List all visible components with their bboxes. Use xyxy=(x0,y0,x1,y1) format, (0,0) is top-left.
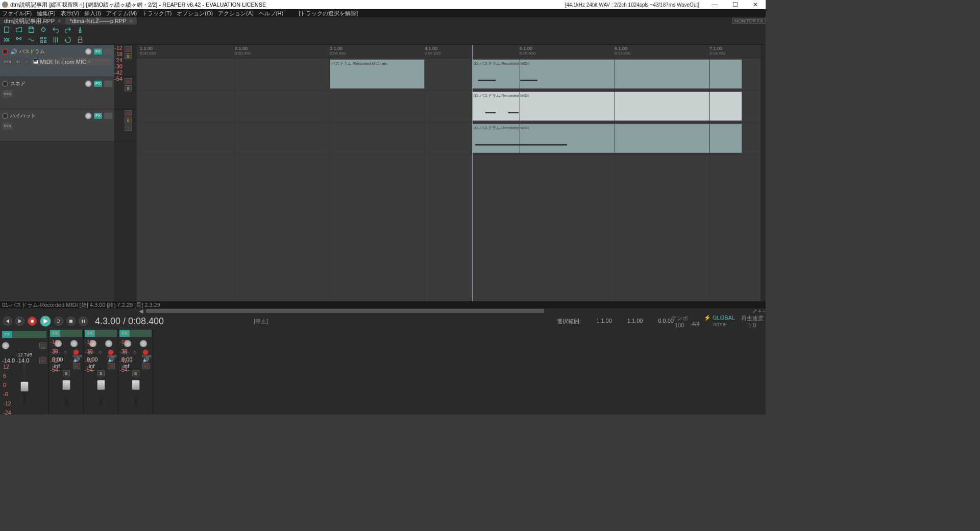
undo-icon[interactable] xyxy=(52,26,59,33)
vertical-scrollbar[interactable] xyxy=(761,45,766,301)
media-item[interactable]: 01-バスドラム-Recorded MIDI xyxy=(472,124,742,153)
open-icon[interactable] xyxy=(15,26,22,33)
route-button[interactable]: Route xyxy=(72,354,82,358)
fx-slot[interactable] xyxy=(104,113,112,119)
strip-mute[interactable]: M xyxy=(108,363,115,369)
automation-mode[interactable]: none xyxy=(704,321,735,327)
mon-button[interactable]: ○ xyxy=(63,349,67,355)
fx-button[interactable]: FX xyxy=(94,49,102,55)
sel-end[interactable]: 1.1.00 xyxy=(627,318,643,325)
media-item[interactable]: バスドラム-Recorded MIDI-am xyxy=(330,59,425,89)
stop-button[interactable] xyxy=(66,317,76,326)
project-tab-active[interactable]: *dtmà-¾ïLŽ——p.RPP × xyxy=(65,17,137,25)
master-fx-button[interactable]: FX xyxy=(2,331,12,338)
go-end-button[interactable] xyxy=(15,317,24,326)
mon-button[interactable]: ○ xyxy=(98,349,102,355)
track-name[interactable]: バスドラム xyxy=(19,48,83,55)
media-item[interactable]: 01-バスドラム-Recorded MIDI xyxy=(472,59,742,89)
ruler-mark[interactable]: 4.1.000:07.200 xyxy=(425,46,440,56)
record-arm-button[interactable] xyxy=(2,81,8,87)
strip-solo[interactable]: S xyxy=(97,370,105,376)
time-display[interactable]: 4.3.00 / 0:08.400 xyxy=(95,316,164,327)
mute-button[interactable]: M xyxy=(125,78,132,84)
ruler-mark[interactable]: 2.1.000:02.400 xyxy=(235,46,251,56)
strip-mute[interactable]: M xyxy=(73,363,80,369)
ruler-mark[interactable]: 5.1.000:09.600 xyxy=(520,46,535,56)
fx-slot[interactable] xyxy=(104,49,112,55)
close-button[interactable]: ✕ xyxy=(745,1,766,8)
mono-button[interactable]: ⬚ xyxy=(39,343,46,349)
strip-fader[interactable] xyxy=(132,380,140,390)
menu-item[interactable]: アイテム(M) xyxy=(106,10,137,17)
play-cursor[interactable] xyxy=(472,45,473,301)
input-button[interactable]: in xyxy=(14,58,21,65)
env-button[interactable]: ○ xyxy=(125,125,132,131)
mute-button[interactable]: M xyxy=(125,46,132,52)
mixer-strip[interactable]: FXin○0.00🔊-infM-1.2-18--38--42--54-SRout… xyxy=(118,329,153,415)
save-icon[interactable] xyxy=(28,26,35,33)
pause-button[interactable] xyxy=(79,317,88,326)
menu-view[interactable]: 表示(V) xyxy=(61,10,80,17)
play-button[interactable] xyxy=(40,316,51,327)
new-project-icon[interactable] xyxy=(3,26,10,33)
menu-deselect-tracks[interactable]: [トラックの選択を解除] xyxy=(299,10,358,17)
trim-button[interactable]: trim xyxy=(2,58,13,65)
master-trim[interactable]: trim xyxy=(37,414,46,415)
record-button[interactable] xyxy=(28,317,37,326)
repeat-button[interactable] xyxy=(54,317,63,326)
route-button[interactable]: Route xyxy=(142,354,152,358)
media-item[interactable]: 01-バスドラム-Recorded MIDI xyxy=(472,91,742,121)
redo-icon[interactable] xyxy=(64,26,71,33)
ruler-mark[interactable]: 7.1.000:14.400 xyxy=(709,46,725,56)
strip-solo[interactable]: S xyxy=(132,370,139,376)
mute-button[interactable]: M xyxy=(125,110,132,116)
strip-mute[interactable]: M xyxy=(142,363,150,369)
monitor-button[interactable]: ○ xyxy=(23,58,30,65)
master-strip[interactable]: FX ⬚ -12.7dB -14.0 -14.0M 1260-6-12-24-3… xyxy=(0,329,49,415)
master-fader[interactable] xyxy=(20,381,29,392)
rate-value[interactable]: 1.0 xyxy=(741,322,764,328)
strip-fader[interactable] xyxy=(62,380,70,390)
tempo-value[interactable]: 100 xyxy=(671,322,688,328)
fx-button[interactable]: FX xyxy=(94,81,102,87)
route-button[interactable]: Route xyxy=(107,354,117,358)
track-lane[interactable]: バスドラム-Recorded MIDI-am01-バスドラム-Recorded … xyxy=(137,58,761,90)
master-knob[interactable] xyxy=(2,342,9,349)
menu-insert[interactable]: 挿入(I) xyxy=(84,10,101,17)
mon-button[interactable]: ○ xyxy=(133,349,136,355)
minimize-button[interactable]: — xyxy=(704,1,725,8)
midi-input-selector[interactable]: 🎹 MIDI: In From MIC ○ xyxy=(31,58,112,65)
menu-edit[interactable]: 編集(E) xyxy=(37,10,56,17)
width-knob[interactable] xyxy=(70,340,78,347)
settings-icon[interactable] xyxy=(40,26,47,33)
volume-knob[interactable] xyxy=(85,80,92,87)
trim-button[interactable]: trim xyxy=(2,90,13,98)
strip-fader[interactable] xyxy=(97,380,105,390)
track-row[interactable]: スネア FX trim xyxy=(0,77,114,109)
fx-slot[interactable] xyxy=(104,81,112,87)
envelope-icon[interactable] xyxy=(28,36,35,43)
sel-start[interactable]: 1.1.00 xyxy=(596,318,612,325)
monitor-fx-button[interactable]: MONITOR FX xyxy=(732,18,766,24)
snap-icon[interactable] xyxy=(52,36,59,43)
scrollbar-thumb[interactable] xyxy=(146,309,544,313)
audio-status[interactable]: [44.1kHz 24bit WAV : 2/2ch 1024spls ~43/… xyxy=(565,2,699,8)
timesig-value[interactable]: 4/4 xyxy=(692,321,700,327)
tab-close-icon[interactable]: × xyxy=(130,18,133,24)
fx-button[interactable]: FX xyxy=(94,113,102,119)
trim-button[interactable]: trim xyxy=(2,123,13,130)
track-lane[interactable]: 01-バスドラム-Recorded MIDI xyxy=(137,90,761,123)
autocrossfade-icon[interactable] xyxy=(3,36,10,43)
track-name[interactable]: ハイハット xyxy=(10,112,83,119)
width-knob[interactable] xyxy=(140,340,147,347)
record-arm-button[interactable] xyxy=(2,49,8,55)
speaker-icon[interactable]: 🔊 xyxy=(10,49,17,55)
record-arm-button[interactable] xyxy=(2,113,8,119)
solo-button[interactable]: S xyxy=(125,53,132,59)
maximize-button[interactable]: ☐ xyxy=(725,1,745,8)
strip-solo[interactable]: S xyxy=(63,370,70,376)
master-mute[interactable]: M xyxy=(39,357,46,364)
arrange-view[interactable]: 1.1.000:00.0002.1.000:02.4003.1.000:04.8… xyxy=(137,45,761,301)
width-knob[interactable] xyxy=(105,340,112,347)
project-tab[interactable]: dtm説明記事用.RPP × xyxy=(0,17,65,25)
